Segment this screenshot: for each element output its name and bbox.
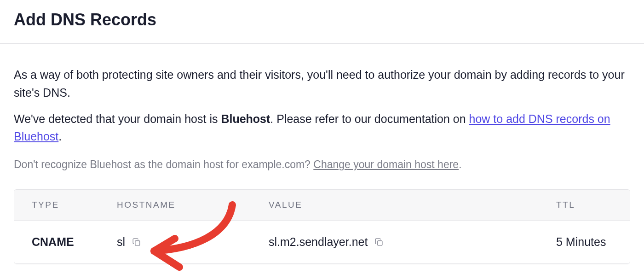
- th-type: TYPE: [14, 190, 99, 221]
- cell-hostname: sl: [99, 221, 251, 264]
- change-host-link[interactable]: Change your domain host here: [313, 158, 459, 170]
- copy-value-button[interactable]: [373, 236, 385, 248]
- th-ttl: TTL: [539, 190, 630, 221]
- intro-p2-suffix: .: [58, 130, 62, 143]
- hostname-text: sl: [117, 235, 125, 249]
- value-text: sl.m2.sendlayer.net: [269, 235, 368, 249]
- intro-p2-prefix: We've detected that your domain host is: [14, 112, 221, 125]
- change-host-suffix: .: [459, 158, 461, 170]
- cell-ttl: 5 Minutes: [539, 221, 630, 264]
- intro-paragraph-2: We've detected that your domain host is …: [14, 110, 630, 146]
- svg-rect-1: [378, 240, 382, 245]
- copy-icon: [132, 237, 142, 247]
- change-host-note: Don't recognize Bluehost as the domain h…: [0, 154, 644, 171]
- dns-records-table: TYPE HOSTNAME VALUE TTL CNAME sl: [14, 189, 630, 264]
- th-value: VALUE: [251, 190, 539, 221]
- intro-p2-middle: . Please refer to our documentation on: [270, 112, 469, 125]
- copy-icon: [374, 237, 384, 247]
- svg-rect-0: [135, 240, 140, 245]
- page-title: Add DNS Records: [0, 0, 644, 43]
- copy-hostname-button[interactable]: [131, 236, 143, 248]
- detected-host: Bluehost: [221, 112, 270, 125]
- cell-type: CNAME: [14, 221, 99, 264]
- table-row: CNAME sl sl.m2.sendlayer.n: [14, 221, 630, 264]
- cell-value: sl.m2.sendlayer.net: [251, 221, 539, 264]
- intro-paragraph-1: As a way of both protecting site owners …: [14, 66, 630, 102]
- th-hostname: HOSTNAME: [99, 190, 251, 221]
- change-host-prefix: Don't recognize Bluehost as the domain h…: [14, 158, 313, 170]
